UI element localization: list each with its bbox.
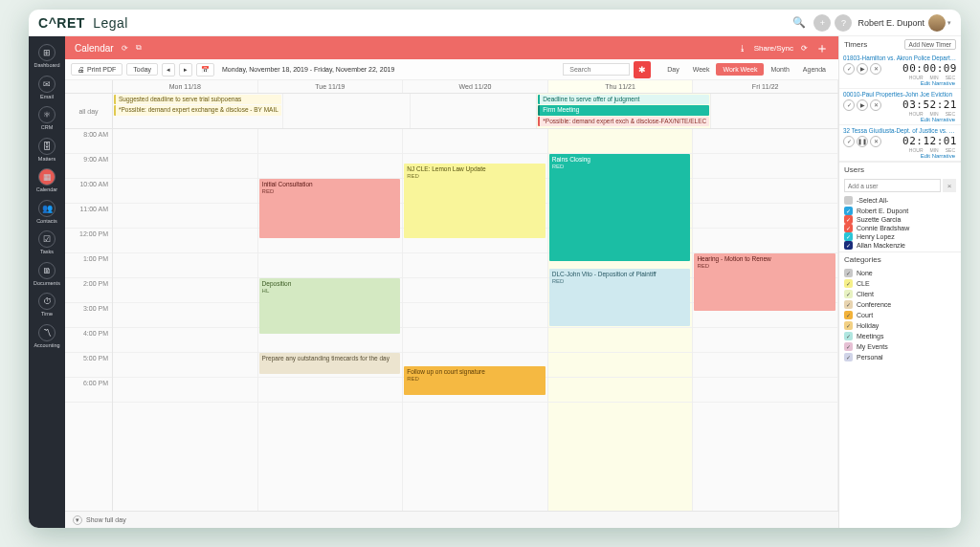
- nav-item-email[interactable]: ✉Email: [29, 72, 65, 103]
- timer-case-link[interactable]: 00010-Paul Properties-John Joe Eviction: [843, 91, 957, 98]
- nav-item-dashboard[interactable]: ⊞Dashboard: [29, 40, 65, 72]
- category-item[interactable]: Personal: [844, 353, 956, 361]
- category-item[interactable]: Client: [844, 290, 956, 298]
- timer-close-button[interactable]: ✕: [870, 99, 881, 111]
- user-checkbox[interactable]: [844, 224, 853, 232]
- view-week[interactable]: Week: [686, 63, 717, 76]
- sync-icon[interactable]: ⟳: [801, 44, 808, 53]
- category-item[interactable]: Holiday: [844, 321, 956, 330]
- calendar-event[interactable]: NJ CLE: Lemon Law UpdateRED: [404, 164, 546, 238]
- date-picker-button[interactable]: 📅: [196, 63, 214, 77]
- add-timer-button[interactable]: Add New Timer: [904, 39, 956, 50]
- select-all-users[interactable]: -Select All-: [844, 196, 956, 205]
- nav-item-time[interactable]: ⏱Time: [29, 289, 65, 320]
- category-checkbox[interactable]: [844, 342, 853, 351]
- today-button[interactable]: Today: [126, 63, 158, 76]
- category-checkbox[interactable]: [844, 311, 853, 319]
- share-sync-button[interactable]: Share/Sync: [754, 44, 793, 53]
- day-col-fri[interactable]: Hearing - Motion to RenewRED: [693, 129, 838, 511]
- day-col-mon[interactable]: [113, 129, 258, 511]
- timer-play-button[interactable]: ▶: [857, 63, 868, 75]
- search-input[interactable]: [563, 63, 630, 76]
- user-item[interactable]: Robert E. Dupont: [844, 207, 956, 215]
- calendar-event[interactable]: Rains ClosingRED: [549, 154, 691, 261]
- day-col-thu[interactable]: Rains ClosingREDDLC-John Vito - Depositi…: [548, 129, 694, 511]
- remove-user-button[interactable]: ×: [943, 179, 956, 192]
- category-checkbox[interactable]: [844, 332, 853, 340]
- allday-mon[interactable]: Suggested deadline to serve trial subpoe…: [113, 94, 283, 128]
- popout-icon[interactable]: ⧉: [136, 43, 142, 53]
- nav-item-matters[interactable]: 🗄Matters: [29, 134, 65, 165]
- timer-close-button[interactable]: ✕: [870, 136, 881, 147]
- refresh-icon[interactable]: ⟳: [122, 44, 128, 53]
- user-item[interactable]: Henry Lopez: [844, 232, 956, 241]
- category-item[interactable]: My Events: [844, 342, 956, 351]
- category-checkbox[interactable]: [844, 279, 853, 288]
- edit-narrative-link[interactable]: Edit Narrative: [843, 153, 957, 159]
- allday-event[interactable]: *Possible: demand expert exchange & disc…: [114, 105, 281, 115]
- calendar-event[interactable]: Hearing - Motion to RenewRED: [694, 253, 835, 311]
- user-item[interactable]: Suzette Garcia: [844, 215, 956, 224]
- allday-fri[interactable]: [711, 94, 838, 128]
- allday-event[interactable]: *Possible: demand expert exch & disclose…: [538, 117, 709, 126]
- category-item[interactable]: None: [844, 269, 956, 277]
- export-icon[interactable]: ⭳: [739, 44, 746, 53]
- user-checkbox[interactable]: [844, 215, 853, 224]
- nav-item-accounting[interactable]: 〽Accounting: [29, 320, 65, 352]
- nav-item-contacts[interactable]: 👥Contacts: [29, 196, 65, 228]
- allday-event[interactable]: Suggested deadline to serve trial subpoe…: [114, 95, 281, 104]
- print-pdf-button[interactable]: 🖨Print PDF: [71, 63, 122, 76]
- calendar-event[interactable]: DepositionHL: [259, 278, 401, 334]
- view-month[interactable]: Month: [764, 63, 795, 76]
- help-icon[interactable]: ?: [835, 14, 852, 32]
- allday-event[interactable]: Deadline to serve offer of judgment: [538, 95, 709, 104]
- timer-close-button[interactable]: ✕: [870, 63, 881, 75]
- add-user-input[interactable]: [844, 179, 941, 192]
- category-checkbox[interactable]: [844, 300, 853, 309]
- view-day[interactable]: Day: [660, 63, 685, 76]
- day-col-wed[interactable]: NJ CLE: Lemon Law UpdateREDFollow up on …: [403, 129, 548, 511]
- category-checkbox[interactable]: [844, 290, 853, 298]
- user-item[interactable]: Allan Mackenzie: [844, 241, 956, 250]
- nav-item-crm[interactable]: ⚛CRM: [29, 102, 65, 134]
- allday-thu[interactable]: Deadline to serve offer of judgmentFirm …: [537, 94, 711, 128]
- category-item[interactable]: CLE: [844, 279, 956, 288]
- allday-tue[interactable]: [283, 94, 411, 128]
- nav-item-calendar[interactable]: ▦Calendar: [29, 164, 65, 196]
- user-checkbox[interactable]: [844, 232, 853, 241]
- category-item[interactable]: Meetings: [844, 332, 956, 340]
- timer-case-link[interactable]: 32 Tessa Giudiusta-Dept. of Justice vs. …: [843, 127, 957, 134]
- category-item[interactable]: Conference: [844, 300, 956, 309]
- user-menu-chevron-icon[interactable]: ▾: [947, 19, 951, 27]
- prev-button[interactable]: ◂: [162, 63, 175, 77]
- timer-play-button[interactable]: ▶: [857, 99, 868, 111]
- allday-event[interactable]: Firm Meeting: [538, 105, 709, 115]
- allday-wed[interactable]: [411, 94, 538, 128]
- category-checkbox[interactable]: [844, 269, 853, 277]
- avatar[interactable]: [928, 14, 946, 32]
- view-agenda[interactable]: Agenda: [796, 63, 833, 76]
- add-icon[interactable]: +: [813, 14, 831, 32]
- calendar-event[interactable]: Prepare any outstanding timecards for th…: [259, 353, 401, 374]
- timer-play-button[interactable]: ❚❚: [857, 136, 868, 147]
- show-full-day-button[interactable]: ▾ Show full day: [65, 511, 838, 528]
- timer-check-button[interactable]: ✓: [843, 63, 855, 75]
- settings-button[interactable]: ✱: [634, 61, 651, 78]
- user-name[interactable]: Robert E. Dupont: [858, 18, 924, 28]
- user-item[interactable]: Connie Bradshaw: [844, 224, 956, 232]
- calendar-event[interactable]: Follow up on court signatureRED: [404, 366, 546, 395]
- timer-check-button[interactable]: ✓: [843, 136, 855, 147]
- nav-item-documents[interactable]: 🗎Documents: [29, 258, 65, 290]
- category-checkbox[interactable]: [844, 353, 853, 361]
- user-checkbox[interactable]: [844, 207, 853, 215]
- calendar-event[interactable]: DLC-John Vito - Deposition of PlaintiffR…: [549, 269, 691, 326]
- timer-check-button[interactable]: ✓: [843, 99, 855, 111]
- search-icon[interactable]: 🔍: [792, 16, 806, 29]
- next-button[interactable]: ▸: [179, 63, 192, 77]
- day-col-tue[interactable]: Initial ConsultationREDDepositionHLPrepa…: [258, 129, 404, 511]
- timer-case-link[interactable]: 01803-Hamilton vs. Akron Police Departme…: [843, 55, 957, 61]
- user-checkbox[interactable]: [844, 241, 853, 250]
- category-checkbox[interactable]: [844, 321, 853, 330]
- category-item[interactable]: Court: [844, 311, 956, 319]
- calendar-event[interactable]: Initial ConsultationRED: [259, 179, 401, 238]
